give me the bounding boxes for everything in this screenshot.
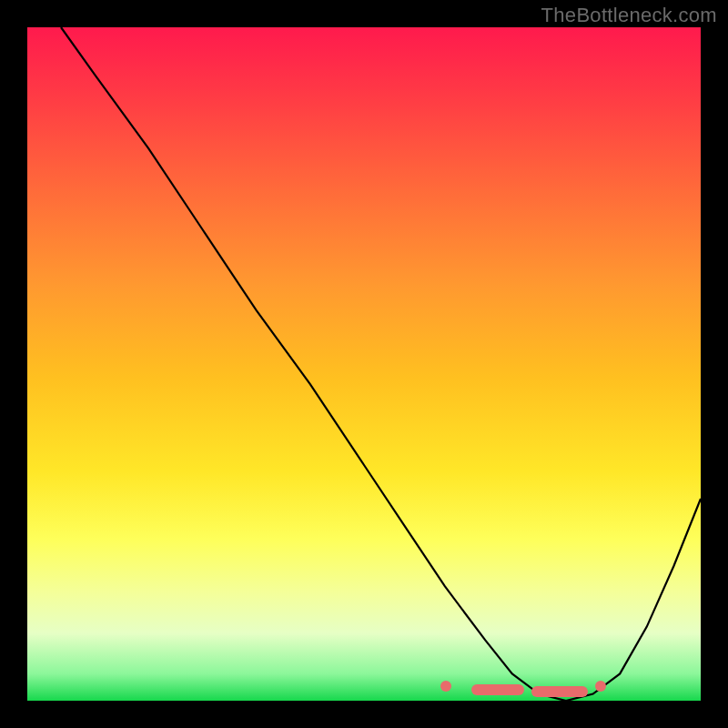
optimal-marker-segment (531, 686, 588, 697)
watermark-text: TheBottleneck.com (541, 4, 717, 27)
optimal-marker-dot (440, 681, 451, 692)
chart-frame: TheBottleneck.com (0, 0, 728, 728)
plot-area (27, 27, 701, 701)
curve-path (61, 27, 701, 701)
optimal-marker-segment (471, 684, 524, 695)
bottleneck-curve (27, 27, 701, 701)
optimal-marker-dot (595, 681, 606, 692)
